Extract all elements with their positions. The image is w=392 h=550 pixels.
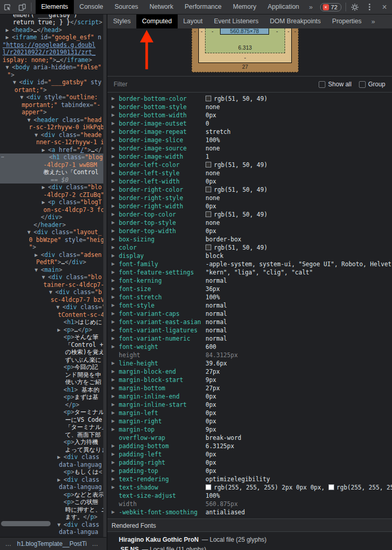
property-name[interactable]: font-variant-ligatures	[119, 326, 206, 334]
property-name[interactable]: -webkit-font-smoothing	[119, 508, 206, 516]
computed-property-row[interactable]: ▶line-height39.6px	[107, 359, 392, 368]
sidebar-tab-styles[interactable]: Styles	[107, 14, 136, 28]
computed-property-row[interactable]: text-size-adjust100%	[107, 492, 392, 500]
expand-arrow-icon[interactable]: ▼	[27, 117, 34, 124]
dom-tree-line[interactable]: 使い方をご紹	[0, 378, 103, 386]
dom-tree-line[interactable]: <p>などと表示	[0, 491, 103, 499]
property-name[interactable]: border-left-color	[119, 161, 206, 169]
dom-tree-line[interactable]: ▶<div class	[0, 476, 103, 484]
kebab-menu-icon[interactable]	[362, 0, 377, 14]
property-expand-arrow-icon[interactable]: ▶	[112, 152, 115, 161]
dom-tree-line[interactable]: ▼<div class="	[0, 303, 103, 311]
computed-property-row[interactable]: height84.3125px	[107, 351, 392, 359]
property-expand-arrow-icon[interactable]: ▶	[112, 268, 115, 277]
computed-property-row[interactable]: ▶font-feature-settings"kern", "liga", "c…	[107, 268, 392, 277]
close-devtools-button[interactable]: ×	[377, 0, 392, 14]
property-expand-arrow-icon[interactable]: ▶	[112, 368, 115, 376]
computed-property-row[interactable]: ▶border-bottom-colorrgb(51, 50, 49)	[107, 95, 392, 103]
tab-console[interactable]: Console	[74, 0, 109, 14]
expand-arrow-icon[interactable]: ▶	[6, 27, 12, 34]
property-expand-arrow-icon[interactable]: ▶	[112, 227, 115, 235]
dom-tree-line[interactable]: isplay: none;">…</iframe>	[0, 56, 103, 64]
property-name[interactable]: margin-left	[119, 409, 206, 417]
sidebar-tab-layout[interactable]: Layout	[178, 14, 209, 28]
expand-arrow-icon[interactable]: ▼	[35, 267, 41, 274]
computed-property-row[interactable]: ▶font-variant-capsnormal	[107, 310, 392, 318]
property-expand-arrow-icon[interactable]: ▶	[112, 334, 115, 343]
dom-tree-line[interactable]: よって異なりま	[0, 446, 103, 454]
color-swatch[interactable]	[206, 96, 211, 101]
settings-gear-icon[interactable]	[347, 0, 362, 14]
property-name[interactable]: text-size-adjust	[119, 492, 206, 500]
group-checkbox-wrap[interactable]: Group	[359, 81, 385, 88]
dom-tree-line[interactable]: 0 bbWzpe" style="heig	[0, 236, 103, 244]
dom-tree-line[interactable]: ▶<p class="blogT	[0, 198, 103, 206]
expand-arrow-icon[interactable]: ▶	[42, 147, 48, 154]
dom-tree-line[interactable]: ">	[0, 71, 103, 79]
dom-tree-line[interactable]: て、画面下部	[0, 431, 103, 439]
group-checkbox[interactable]	[359, 81, 366, 88]
computed-property-row[interactable]: ▶font-stretch100%	[107, 293, 392, 301]
property-expand-arrow-icon[interactable]: ▶	[112, 219, 115, 227]
dom-tree-line[interactable]: <p>今回の記	[0, 363, 103, 371]
computed-property-row[interactable]: ▶margin-inline-start0px	[107, 401, 392, 409]
computed-property-row[interactable]: ▶margin-right0px	[107, 417, 392, 425]
hidden-nodes-more-icon[interactable]: ⋯	[1, 154, 4, 161]
computed-property-row[interactable]: ▶font-variant-numericnormal	[107, 334, 392, 343]
property-name[interactable]: border-bottom-width	[119, 111, 206, 119]
computed-property-row[interactable]: ▶margin-bottom27px	[107, 384, 392, 392]
expand-arrow-icon[interactable]: ▼	[56, 304, 62, 311]
computed-property-row[interactable]: ▶border-left-width0px	[107, 177, 392, 186]
property-expand-arrow-icon[interactable]: ▶	[112, 128, 115, 136]
computed-property-row[interactable]: ▶border-bottom-stylenone	[107, 103, 392, 111]
property-name[interactable]: text-shadow	[119, 483, 206, 492]
property-expand-arrow-icon[interactable]: ▶	[112, 442, 115, 450]
computed-property-row[interactable]: ▶text-renderingoptimizelegibility	[107, 475, 392, 483]
tab-memory[interactable]: Memory	[227, 0, 262, 14]
dom-tree-line[interactable]: r-sc-12rhyyw-0 iHkPqb	[0, 124, 103, 131]
property-name[interactable]: border-bottom-style	[119, 103, 206, 111]
expand-arrow-icon[interactable]: ▼	[42, 274, 48, 281]
sidebar-tab-properties[interactable]: Properties	[326, 14, 367, 28]
dom-tree-line[interactable]: ">	[0, 243, 103, 251]
property-expand-arrow-icon[interactable]: ▶	[112, 401, 115, 409]
dom-tree-line[interactable]: </header>	[0, 221, 103, 229]
color-swatch[interactable]	[206, 162, 211, 167]
dom-tree-line[interactable]: return true; } }</script>	[0, 19, 103, 26]
filter-input[interactable]: Filter	[107, 81, 319, 88]
dom-tree-line[interactable]: ます。</p>	[0, 513, 103, 521]
property-expand-arrow-icon[interactable]: ▶	[112, 210, 115, 219]
property-expand-arrow-icon[interactable]: ▶	[112, 235, 115, 243]
expand-arrow-icon[interactable]: ▶	[57, 454, 64, 461]
color-swatch[interactable]	[206, 187, 211, 192]
expand-arrow-icon[interactable]: ▶	[35, 252, 41, 259]
computed-property-row[interactable]: ▶border-right-colorrgb(51, 50, 49)	[107, 186, 392, 194]
property-expand-arrow-icon[interactable]: ▶	[112, 260, 115, 268]
property-name[interactable]: font-variant-east-asian	[119, 318, 206, 326]
property-name[interactable]: border-top-color	[119, 210, 206, 219]
computed-property-row[interactable]: ▶border-image-width1	[107, 152, 392, 161]
property-name[interactable]: border-bottom-color	[119, 95, 206, 103]
property-expand-arrow-icon[interactable]: ▶	[112, 177, 115, 186]
color-swatch[interactable]	[206, 484, 211, 490]
dom-tree-line[interactable]: の検索)を覚え	[0, 348, 103, 356]
property-name[interactable]: padding-left	[119, 450, 206, 459]
tab-sources[interactable]: Sources	[109, 0, 144, 14]
computed-property-row[interactable]: ▶font-variant-ligaturesnormal	[107, 326, 392, 334]
property-name[interactable]: margin-bottom	[119, 384, 206, 392]
computed-property-row[interactable]: overflow-wrapbreak-word	[107, 434, 392, 442]
dom-tree-line[interactable]: -4ldcp7-2 cZIuBq"	[0, 191, 103, 199]
property-expand-arrow-icon[interactable]: ▶	[112, 384, 115, 392]
property-expand-arrow-icon[interactable]: ▶	[112, 409, 115, 417]
tab-performance[interactable]: Performance	[179, 0, 227, 14]
computed-property-row[interactable]: ▶margin-left0px	[107, 409, 392, 417]
dom-tree-line[interactable]: </p>	[0, 401, 103, 409]
expand-arrow-icon[interactable]: ▼	[20, 94, 26, 101]
color-swatch[interactable]	[206, 211, 211, 217]
computed-property-row[interactable]: width560.875px	[107, 500, 392, 508]
dom-tree-line[interactable]: on-sc-4ldcp7-3 fc	[0, 206, 103, 214]
show-all-checkbox[interactable]	[319, 81, 325, 88]
property-expand-arrow-icon[interactable]: ▶	[112, 326, 115, 334]
property-name[interactable]: font-kerning	[119, 277, 206, 285]
dom-tree-line[interactable]: ▼<main>	[0, 266, 103, 274]
